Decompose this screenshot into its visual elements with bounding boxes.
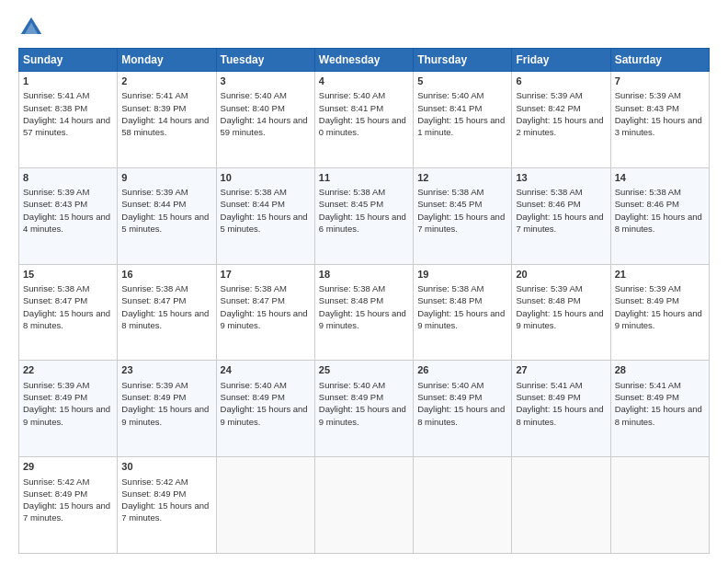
day-number: 17 [221,268,311,282]
sunrise-text: Sunrise: 5:38 AM [221,187,287,197]
day-number: 15 [23,268,113,282]
daylight-text: Daylight: 15 hours and 7 minutes. [121,500,209,523]
calendar-cell: 23Sunrise: 5:39 AMSunset: 8:49 PMDayligh… [118,361,216,457]
day-number: 26 [417,363,507,377]
calendar-cell: 16Sunrise: 5:38 AMSunset: 8:47 PMDayligh… [118,264,216,361]
calendar-cell [314,457,413,554]
sunset-text: Sunset: 8:49 PM [516,392,580,402]
daylight-text: Daylight: 14 hours and 57 minutes. [23,115,110,137]
calendar-cell: 17Sunrise: 5:38 AMSunset: 8:47 PMDayligh… [216,264,314,361]
calendar-cell: 15Sunrise: 5:38 AMSunset: 8:47 PMDayligh… [19,264,118,361]
sunrise-text: Sunrise: 5:42 AM [121,477,188,487]
sunrise-text: Sunrise: 5:38 AM [516,187,582,197]
daylight-text: Daylight: 15 hours and 5 minutes. [221,212,308,234]
calendar-cell: 7Sunrise: 5:39 AMSunset: 8:43 PMDaylight… [610,72,709,168]
daylight-text: Daylight: 15 hours and 9 minutes. [121,404,209,426]
sunrise-text: Sunrise: 5:38 AM [23,283,89,293]
day-number: 19 [417,268,507,282]
day-number: 29 [23,460,113,474]
calendar-cell [216,457,314,554]
weekday-header: Wednesday [314,49,413,72]
sunrise-text: Sunrise: 5:38 AM [615,187,681,197]
sunset-text: Sunset: 8:49 PM [23,392,87,402]
calendar-cell: 5Sunrise: 5:40 AMSunset: 8:41 PMDaylight… [414,72,512,168]
sunrise-text: Sunrise: 5:38 AM [417,283,483,293]
sunset-text: Sunset: 8:38 PM [23,103,87,113]
daylight-text: Daylight: 15 hours and 2 minutes. [516,115,603,137]
daylight-text: Daylight: 15 hours and 9 minutes. [23,404,110,426]
sunrise-text: Sunrise: 5:38 AM [319,283,385,293]
daylight-text: Daylight: 15 hours and 8 minutes. [615,212,702,234]
calendar-cell: 8Sunrise: 5:39 AMSunset: 8:43 PMDaylight… [19,167,118,264]
sunrise-text: Sunrise: 5:41 AM [615,380,681,390]
daylight-text: Daylight: 15 hours and 7 minutes. [417,212,505,234]
daylight-text: Daylight: 15 hours and 7 minutes. [516,212,603,234]
sunrise-text: Sunrise: 5:41 AM [23,90,89,100]
calendar-cell: 30Sunrise: 5:42 AMSunset: 8:49 PMDayligh… [118,457,216,554]
day-number: 23 [121,363,211,377]
sunrise-text: Sunrise: 5:40 AM [417,90,483,100]
day-number: 3 [221,75,311,88]
day-number: 14 [615,171,705,185]
calendar-cell: 10Sunrise: 5:38 AMSunset: 8:44 PMDayligh… [216,167,314,264]
weekday-header: Tuesday [216,49,314,72]
sunset-text: Sunset: 8:47 PM [221,295,285,305]
header [18,15,710,40]
weekday-header: Friday [512,49,610,72]
sunset-text: Sunset: 8:47 PM [121,295,186,305]
sunset-text: Sunset: 8:47 PM [23,295,87,305]
daylight-text: Daylight: 15 hours and 9 minutes. [516,308,603,330]
calendar-cell: 22Sunrise: 5:39 AMSunset: 8:49 PMDayligh… [19,361,118,457]
daylight-text: Daylight: 15 hours and 9 minutes. [615,308,702,330]
daylight-text: Daylight: 15 hours and 9 minutes. [221,308,308,330]
sunset-text: Sunset: 8:49 PM [221,392,285,402]
sunset-text: Sunset: 8:45 PM [417,199,482,209]
calendar-cell: 1Sunrise: 5:41 AMSunset: 8:38 PMDaylight… [19,72,118,168]
sunrise-text: Sunrise: 5:38 AM [417,187,483,197]
calendar-table: SundayMondayTuesdayWednesdayThursdayFrid… [18,48,710,554]
daylight-text: Daylight: 15 hours and 8 minutes. [23,308,110,330]
sunrise-text: Sunrise: 5:40 AM [221,380,287,390]
calendar-cell: 28Sunrise: 5:41 AMSunset: 8:49 PMDayligh… [610,361,709,457]
sunset-text: Sunset: 8:48 PM [319,295,383,305]
calendar-cell: 2Sunrise: 5:41 AMSunset: 8:39 PMDaylight… [118,72,216,168]
sunrise-text: Sunrise: 5:39 AM [615,90,681,100]
day-number: 24 [221,363,311,377]
day-number: 9 [121,171,211,185]
sunrise-text: Sunrise: 5:39 AM [23,187,89,197]
page: SundayMondayTuesdayWednesdayThursdayFrid… [0,0,728,563]
sunrise-text: Sunrise: 5:39 AM [23,380,89,390]
day-number: 22 [23,363,113,377]
calendar-cell [610,457,709,554]
daylight-text: Daylight: 15 hours and 8 minutes. [417,404,505,426]
day-number: 21 [615,268,705,282]
day-number: 13 [516,171,606,185]
calendar-week-row: 8Sunrise: 5:39 AMSunset: 8:43 PMDaylight… [19,167,710,264]
calendar-cell: 9Sunrise: 5:39 AMSunset: 8:44 PMDaylight… [118,167,216,264]
calendar-cell: 4Sunrise: 5:40 AMSunset: 8:41 PMDaylight… [314,72,413,168]
calendar-cell: 18Sunrise: 5:38 AMSunset: 8:48 PMDayligh… [314,264,413,361]
day-number: 25 [319,363,409,377]
day-number: 27 [516,363,606,377]
sunrise-text: Sunrise: 5:41 AM [121,90,188,100]
sunrise-text: Sunrise: 5:40 AM [417,380,483,390]
sunset-text: Sunset: 8:49 PM [615,295,679,305]
daylight-text: Daylight: 15 hours and 0 minutes. [319,115,406,137]
calendar-week-row: 22Sunrise: 5:39 AMSunset: 8:49 PMDayligh… [19,361,710,457]
day-number: 11 [319,171,409,185]
sunset-text: Sunset: 8:46 PM [615,199,679,209]
day-number: 30 [121,460,211,474]
daylight-text: Daylight: 15 hours and 8 minutes. [121,308,209,330]
sunset-text: Sunset: 8:49 PM [615,392,679,402]
calendar-cell: 21Sunrise: 5:39 AMSunset: 8:49 PMDayligh… [610,264,709,361]
sunrise-text: Sunrise: 5:39 AM [121,187,188,197]
day-number: 8 [23,171,113,185]
daylight-text: Daylight: 15 hours and 9 minutes. [319,308,406,330]
sunset-text: Sunset: 8:43 PM [615,103,679,113]
sunset-text: Sunset: 8:41 PM [417,103,482,113]
calendar-body: 1Sunrise: 5:41 AMSunset: 8:38 PMDaylight… [19,72,710,554]
sunrise-text: Sunrise: 5:40 AM [221,90,287,100]
daylight-text: Daylight: 15 hours and 3 minutes. [615,115,702,137]
day-number: 2 [121,75,211,88]
sunset-text: Sunset: 8:48 PM [516,295,580,305]
